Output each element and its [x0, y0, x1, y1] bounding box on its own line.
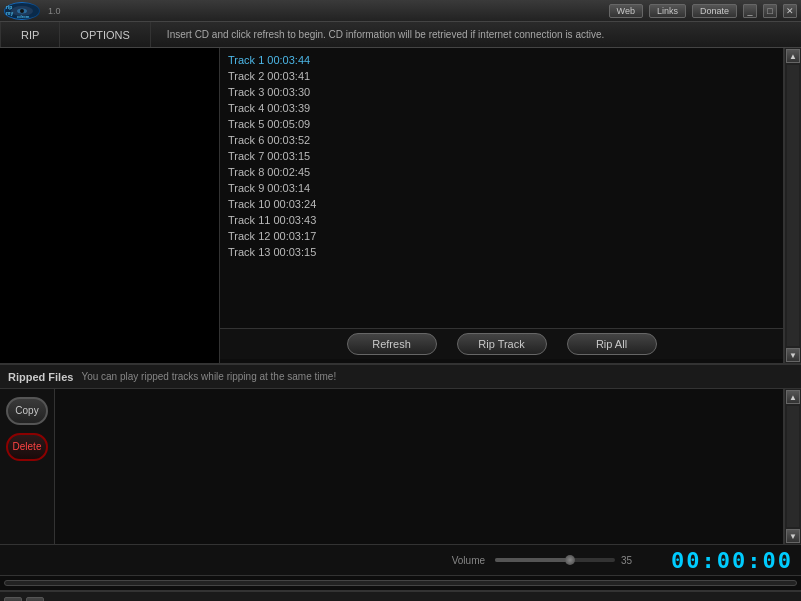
- delete-button[interactable]: Delete: [6, 433, 48, 461]
- track-item[interactable]: Track 6 00:03:52: [220, 132, 783, 148]
- track-item[interactable]: Track 5 00:05:09: [220, 116, 783, 132]
- links-button[interactable]: Links: [649, 4, 686, 18]
- donate-button[interactable]: Donate: [692, 4, 737, 18]
- track-item[interactable]: Track 11 00:03:43: [220, 212, 783, 228]
- copy-button[interactable]: Copy: [6, 397, 48, 425]
- version-text: 1.0: [48, 6, 61, 16]
- web-button[interactable]: Web: [609, 4, 643, 18]
- svg-text:my: my: [6, 10, 13, 16]
- ripped-body: Copy Delete ▲ ▼: [0, 389, 801, 544]
- track-list[interactable]: Track 1 00:03:44Track 2 00:03:41Track 3 …: [220, 48, 783, 318]
- time-display: 00:00:00: [671, 548, 793, 573]
- track-list-container: Track 1 00:03:44Track 2 00:03:41Track 3 …: [220, 48, 785, 363]
- ripped-hint: You can play ripped tracks while ripping…: [81, 371, 336, 382]
- progress-bar-area[interactable]: [0, 575, 801, 591]
- ripped-label: Ripped Files: [8, 371, 73, 383]
- ripped-controls: Copy Delete: [0, 389, 55, 544]
- restore-button[interactable]: □: [763, 4, 777, 18]
- track-item[interactable]: Track 13 00:03:15: [220, 244, 783, 260]
- svg-point-3: [20, 9, 24, 13]
- options-tab[interactable]: OPTIONS: [60, 22, 151, 47]
- transport-bar: ▶ ■: [0, 591, 801, 601]
- volume-slider-fill: [495, 558, 567, 562]
- title-bar-left: rip my cdrom 1.0: [4, 2, 61, 20]
- rip-tab[interactable]: RIP: [0, 22, 60, 47]
- track-list-scrollbar[interactable]: ▲ ▼: [785, 48, 801, 363]
- svg-text:cdrom: cdrom: [17, 14, 30, 19]
- ripped-section: Ripped Files You can play ripped tracks …: [0, 363, 801, 544]
- rip-track-button[interactable]: Rip Track: [457, 333, 547, 355]
- ripped-scroll-down[interactable]: ▼: [786, 529, 800, 543]
- album-art: [0, 48, 220, 363]
- track-item[interactable]: Track 12 00:03:17: [220, 228, 783, 244]
- volume-label: Volume: [452, 555, 485, 566]
- track-item[interactable]: Track 10 00:03:24: [220, 196, 783, 212]
- track-buttons: Refresh Rip Track Rip All: [220, 328, 783, 359]
- refresh-button[interactable]: Refresh: [347, 333, 437, 355]
- ripped-scroll-up[interactable]: ▲: [786, 390, 800, 404]
- track-item[interactable]: Track 1 00:03:44: [220, 52, 783, 68]
- scroll-up-arrow[interactable]: ▲: [786, 49, 800, 63]
- scroll-down-arrow[interactable]: ▼: [786, 348, 800, 362]
- track-item[interactable]: Track 2 00:03:41: [220, 68, 783, 84]
- bottom-area: Volume 35 00:00:00 ▶ ■: [0, 544, 801, 601]
- stop-button[interactable]: ■: [26, 597, 44, 602]
- app-logo: rip my cdrom: [4, 2, 40, 20]
- status-message: Insert CD and click refresh to begin. CD…: [151, 29, 801, 40]
- title-bar-right: Web Links Donate _ □ ✕: [609, 4, 797, 18]
- track-item[interactable]: Track 9 00:03:14: [220, 180, 783, 196]
- progress-track[interactable]: [4, 580, 797, 586]
- ripped-list[interactable]: [55, 389, 785, 544]
- track-item[interactable]: Track 3 00:03:30: [220, 84, 783, 100]
- ripped-header: Ripped Files You can play ripped tracks …: [0, 365, 801, 389]
- volume-slider[interactable]: [495, 558, 615, 562]
- title-bar: rip my cdrom 1.0 Web Links Donate _ □ ✕: [0, 0, 801, 22]
- minimize-button[interactable]: _: [743, 4, 757, 18]
- volume-value: 35: [621, 555, 645, 566]
- close-button[interactable]: ✕: [783, 4, 797, 18]
- track-item[interactable]: Track 8 00:02:45: [220, 164, 783, 180]
- rip-all-button[interactable]: Rip All: [567, 333, 657, 355]
- menu-bar: RIP OPTIONS Insert CD and click refresh …: [0, 22, 801, 48]
- track-item[interactable]: Track 7 00:03:15: [220, 148, 783, 164]
- volume-bar: Volume 35 00:00:00: [0, 545, 801, 575]
- track-item[interactable]: Track 4 00:03:39: [220, 100, 783, 116]
- main-area: Track 1 00:03:44Track 2 00:03:41Track 3 …: [0, 48, 801, 363]
- volume-slider-thumb[interactable]: [565, 555, 575, 565]
- play-button[interactable]: ▶: [4, 597, 22, 602]
- ripped-scrollbar[interactable]: ▲ ▼: [785, 389, 801, 544]
